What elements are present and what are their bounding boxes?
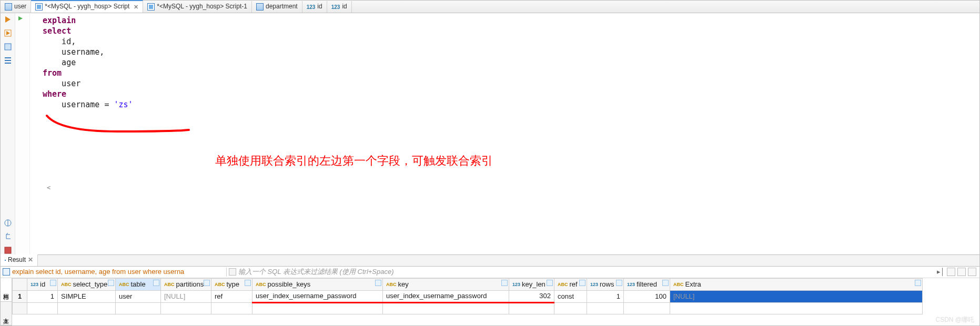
result-toolbar: explain select id, username, age from us… xyxy=(1,267,979,278)
tab-script-1[interactable]: *<MySQL - yygh_hosp> Script-1 xyxy=(143,1,252,13)
filter-toggle-icon[interactable] xyxy=(204,280,210,286)
cell-ref[interactable]: const xyxy=(554,291,587,303)
svg-rect-5 xyxy=(5,247,11,253)
left-toolbar xyxy=(1,13,15,254)
grid-icon xyxy=(5,260,6,261)
red-annotation-line xyxy=(44,113,191,134)
filter-toggle-icon[interactable] xyxy=(501,280,508,286)
cell-Extra[interactable]: [NULL] xyxy=(670,291,923,303)
editor-tabs: user *<MySQL - yygh_hosp> Script✕ *<MySQ… xyxy=(1,1,979,13)
col-filtered[interactable]: 123 filtered xyxy=(624,279,670,291)
plan-icon[interactable] xyxy=(4,43,12,51)
col-table[interactable]: ABC table xyxy=(116,279,161,291)
watermark: CSDN @哪吒 xyxy=(935,316,974,324)
sql-icon xyxy=(147,3,155,11)
col-id[interactable]: 123 id xyxy=(27,279,58,291)
tab-label: department xyxy=(266,3,298,11)
tab-script-active[interactable]: *<MySQL - yygh_hosp> Script✕ xyxy=(31,0,143,13)
query-text: explain select id, username, age from us… xyxy=(12,268,184,277)
svg-marker-0 xyxy=(5,16,11,23)
filter-toggle-icon[interactable] xyxy=(50,280,56,286)
filter-toggle-icon[interactable] xyxy=(245,280,251,286)
cell-possible_keys[interactable]: user_index_username_password xyxy=(252,291,383,303)
cell-rows[interactable]: 1 xyxy=(587,291,624,303)
tab-label: *<MySQL - yygh_hosp> Script xyxy=(45,3,129,11)
code-area[interactable]: explain select id, username, age from us… xyxy=(15,13,979,112)
close-icon[interactable]: ✕ xyxy=(134,3,138,11)
cell-key[interactable]: user_index_username_password xyxy=(383,291,509,303)
filter-toggle-icon[interactable] xyxy=(616,280,622,286)
annotation-text: 单独使用联合索引的左边第一个字段，可触发联合索引 xyxy=(215,155,493,167)
cell-id[interactable]: 1 xyxy=(27,291,58,303)
tab-id-2[interactable]: 123id xyxy=(327,1,352,13)
grid-mode-tabs: 网格 文本 xyxy=(1,278,12,325)
tab-label: id xyxy=(317,3,322,11)
run-script-icon[interactable] xyxy=(4,29,12,37)
sql-text-icon xyxy=(3,268,10,276)
result-grid[interactable]: 123 idABC select_typeABC tableABC partit… xyxy=(12,278,923,314)
filter-toggle-icon[interactable] xyxy=(915,280,921,286)
row-number[interactable]: 1 xyxy=(13,291,27,303)
tab-user[interactable]: user xyxy=(1,1,31,13)
collapse-caret[interactable]: < xyxy=(47,184,50,191)
tab-label: *<MySQL - yygh_hosp> Script-1 xyxy=(157,3,247,11)
cell-type[interactable]: ref xyxy=(211,291,252,303)
col-partitions[interactable]: ABC partitions xyxy=(161,279,211,291)
settings-icon[interactable] xyxy=(968,268,976,276)
filter-toggle-icon[interactable] xyxy=(108,280,114,286)
commit-icon[interactable] xyxy=(4,219,12,227)
result-tools: ▸│ xyxy=(934,268,979,277)
filter-toggle-icon[interactable] xyxy=(662,280,669,286)
col-key_len[interactable]: 123 key_len xyxy=(509,279,554,291)
executed-query: explain select id, username, age from us… xyxy=(1,268,227,277)
run-icon[interactable] xyxy=(4,15,12,24)
tab-label: Result xyxy=(8,256,26,264)
number-icon: 123 xyxy=(307,4,316,11)
cell-filtered[interactable]: 100 xyxy=(624,291,670,303)
filter-input[interactable]: 输入一个 SQL 表达式来过滤结果 (使用 Ctrl+Space) xyxy=(227,268,934,277)
result-tabs: Result ✕ xyxy=(1,254,979,267)
filter-toggle-icon[interactable] xyxy=(153,280,159,286)
number-icon: 123 xyxy=(331,4,340,11)
tab-label: id xyxy=(342,3,347,11)
tab-result[interactable]: Result ✕ xyxy=(1,254,38,266)
sql-icon xyxy=(35,3,43,11)
cell-table[interactable]: user xyxy=(116,291,161,303)
rollback-icon[interactable] xyxy=(4,232,12,241)
svg-rect-3 xyxy=(5,44,11,50)
outline-icon[interactable] xyxy=(4,56,12,65)
col-ref[interactable]: ABC ref xyxy=(554,279,587,291)
col-rows[interactable]: 123 rows xyxy=(587,279,624,291)
filter-icon xyxy=(229,268,236,276)
sql-editor[interactable]: explain select id, username, age from us… xyxy=(15,13,979,254)
export-icon[interactable] xyxy=(957,268,966,276)
cell-select_type[interactable]: SIMPLE xyxy=(58,291,116,303)
tab-department[interactable]: department xyxy=(252,1,302,13)
col-key[interactable]: ABC key xyxy=(383,279,509,291)
filter-toggle-icon[interactable] xyxy=(375,280,381,286)
cell-partitions[interactable]: [NULL] xyxy=(161,291,211,303)
table-icon xyxy=(5,3,12,11)
result-grid-wrap: 网格 文本 123 idABC select_typeABC tableABC … xyxy=(1,278,979,325)
grid-mode-grid[interactable]: 网格 xyxy=(1,278,12,302)
col-select_type[interactable]: ABC select_type xyxy=(58,279,116,291)
filter-placeholder: 输入一个 SQL 表达式来过滤结果 (使用 Ctrl+Space) xyxy=(238,268,394,277)
filter-toggle-icon[interactable] xyxy=(547,280,553,286)
table-icon xyxy=(256,3,264,11)
col-type[interactable]: ABC type xyxy=(211,279,252,291)
tab-label: user xyxy=(14,3,26,11)
svg-marker-2 xyxy=(6,31,10,35)
tab-id-1[interactable]: 123id xyxy=(302,1,327,13)
close-icon[interactable]: ✕ xyxy=(28,256,33,264)
col-Extra[interactable]: ABC Extra xyxy=(670,279,923,291)
cell-key_len[interactable]: 302 xyxy=(509,291,554,303)
grid-mode-text[interactable]: 文本 xyxy=(1,302,12,325)
col-possible_keys[interactable]: ABC possible_keys xyxy=(252,279,383,291)
row-header-corner xyxy=(13,279,27,291)
panels-icon[interactable] xyxy=(947,268,955,276)
filter-toggle-icon[interactable] xyxy=(579,280,585,286)
save-icon[interactable] xyxy=(4,246,12,254)
